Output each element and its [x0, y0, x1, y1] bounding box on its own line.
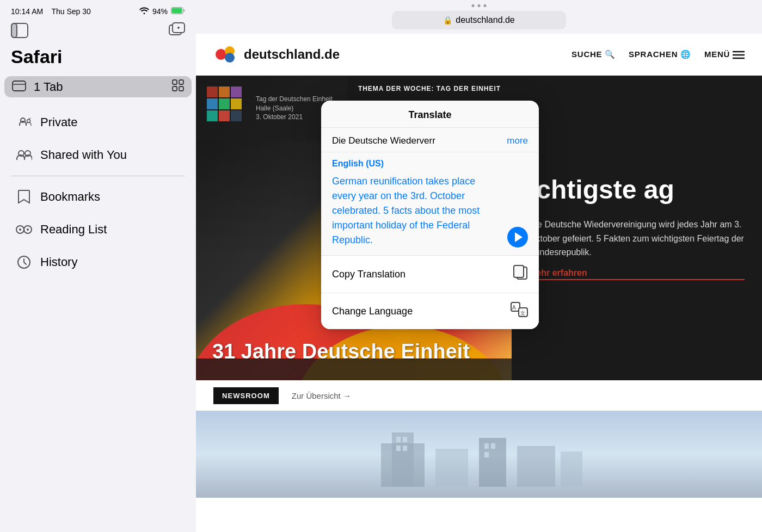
logo-svg [213, 42, 237, 66]
site-nav: SUCHE 🔍 SPRACHEN 🌐 MENÜ [572, 50, 745, 59]
tabs-item[interactable]: 1 Tab [4, 76, 192, 97]
svg-rect-8 [13, 81, 26, 91]
sidebar-item-private[interactable]: Private [4, 106, 192, 139]
status-bar: 10:14 AM Thu Sep 30 94% [0, 0, 196, 19]
svg-rect-36 [207, 110, 218, 121]
svg-rect-50 [396, 446, 401, 451]
hero-title: 31 Jahre Deutsche Einheit [212, 340, 495, 364]
translate-language-icon: A 文 [511, 302, 528, 320]
browser-toolbar [196, 0, 762, 9]
svg-rect-38 [231, 110, 242, 121]
globe-icon: 🌐 [680, 50, 691, 59]
wifi-icon [139, 7, 149, 16]
sidebar-item-reading-label: Reading List [40, 222, 107, 237]
svg-rect-10 [173, 80, 177, 84]
svg-text:文: 文 [520, 311, 525, 316]
date-display: Thu Sep 30 [51, 7, 90, 16]
svg-rect-34 [231, 86, 242, 97]
sidebar-toggle-icon[interactable] [11, 23, 28, 40]
hero-badge: THEMA DER WOCHE: TAG DER EINHEIT [347, 76, 512, 102]
tab-icon [12, 79, 26, 94]
svg-rect-3 [11, 23, 17, 38]
nav-suche[interactable]: SUCHE 🔍 [572, 50, 616, 59]
svg-point-21 [19, 228, 21, 231]
svg-rect-53 [491, 443, 495, 449]
translate-original-text: Die Deutsche Wiederverr [332, 135, 507, 146]
hero-right-title: ichtigste ag [529, 176, 745, 205]
sidebar-title: Safari [0, 46, 196, 76]
mehr-erfahren-link[interactable]: Mehr erfahren [529, 268, 745, 280]
sidebar-item-private-label: Private [40, 115, 77, 129]
browser-dots [472, 4, 487, 7]
svg-rect-33 [219, 98, 230, 109]
lock-icon: 🔒 [443, 16, 452, 24]
translate-original-section: Die Deutsche Wiederverr more [321, 128, 539, 152]
change-language-button[interactable]: Change Language A 文 [321, 293, 539, 329]
translate-body: German reunification takes place every y… [321, 171, 539, 255]
svg-rect-44 [435, 449, 468, 487]
copy-translation-button[interactable]: Copy Translation [321, 256, 539, 293]
menu-lines-icon [733, 50, 745, 59]
nav-sprachen[interactable]: SPRACHEN 🌐 [629, 50, 691, 59]
new-tab-icon[interactable] [169, 22, 185, 41]
translate-actions: Copy Translation Change Language A [321, 255, 539, 329]
status-icons: 94% [139, 7, 185, 16]
svg-rect-56 [514, 265, 524, 277]
svg-rect-30 [207, 86, 218, 97]
shared-icon [15, 146, 33, 164]
zur-ubersicht-link[interactable]: Zur Übersicht → [292, 391, 351, 400]
hero-right: ichtigste ag Die Deutsche Wiedervereinig… [512, 76, 762, 380]
private-icon [15, 114, 33, 131]
dot-1 [472, 4, 475, 7]
svg-rect-32 [207, 98, 218, 109]
svg-rect-31 [219, 86, 230, 97]
site-logo-text: deutschland.de [244, 47, 340, 62]
translate-text: German reunification takes place every y… [332, 174, 501, 248]
newsroom-tag: NEWSROOM [213, 387, 279, 404]
url-display: deutschland.de [456, 15, 515, 25]
svg-point-24 [216, 49, 226, 60]
svg-rect-51 [403, 446, 407, 451]
sidebar-item-history[interactable]: History [4, 246, 192, 279]
svg-rect-49 [403, 437, 407, 442]
divider-1 [11, 176, 185, 176]
tab-count-label: 1 Tab [34, 80, 164, 94]
svg-rect-11 [179, 80, 183, 84]
address-bar[interactable]: 🔒 deutschland.de [392, 11, 566, 29]
pattern-area [207, 86, 250, 130]
svg-point-22 [27, 228, 29, 231]
change-language-label: Change Language [332, 306, 413, 317]
nav-menu[interactable]: MENÜ [704, 50, 745, 59]
svg-rect-37 [219, 110, 230, 121]
play-triangle-icon [515, 232, 523, 242]
browser-main: 🔒 deutschland.de deutschland.de SUCHE 🔍 [196, 0, 762, 532]
status-time: 10:14 AM Thu Sep 30 [11, 7, 91, 16]
svg-rect-52 [484, 443, 489, 449]
sidebar-item-bookmarks[interactable]: Bookmarks [4, 181, 192, 213]
address-bar-row: 🔒 deutschland.de [196, 9, 762, 34]
play-button[interactable] [507, 227, 528, 248]
translate-popup: Translate Die Deutsche Wiederverr more E… [321, 101, 539, 329]
dot-3 [484, 4, 487, 7]
hero-right-body: Die Deutsche Wiedervereinigung wird jede… [529, 218, 745, 259]
history-icon [15, 253, 33, 271]
bottom-bar: NEWSROOM Zur Übersicht → [196, 380, 762, 411]
search-nav-icon: 🔍 [605, 50, 616, 59]
time-display: 10:14 AM [11, 7, 43, 16]
translate-more-button[interactable]: more [507, 135, 528, 146]
battery-icon [171, 7, 185, 16]
sidebar-item-shared[interactable]: Shared with You [4, 139, 192, 171]
bookmarks-icon [15, 188, 33, 206]
reading-list-icon [15, 221, 33, 238]
svg-rect-48 [396, 437, 401, 442]
svg-point-26 [225, 53, 235, 63]
site-logo: deutschland.de [213, 42, 340, 66]
sidebar-item-reading-list[interactable]: Reading List [4, 213, 192, 246]
sidebar-toolbar [0, 19, 196, 46]
sidebar-item-bookmarks-label: Bookmarks [40, 190, 100, 204]
svg-rect-12 [173, 86, 177, 91]
svg-rect-13 [179, 86, 183, 91]
site-header: deutschland.de SUCHE 🔍 SPRACHEN 🌐 MENÜ [196, 34, 762, 76]
svg-rect-46 [517, 446, 555, 487]
tab-grid-icon[interactable] [172, 79, 184, 94]
